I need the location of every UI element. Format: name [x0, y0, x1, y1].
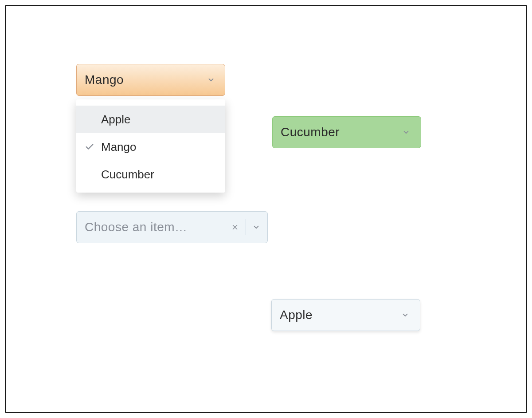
combobox-orange-selected-label: Mango	[85, 73, 124, 87]
chevron-down-icon	[206, 75, 216, 85]
combobox-option-apple[interactable]: Apple	[76, 106, 225, 133]
option-label: Cucumber	[101, 168, 154, 181]
clear-icon[interactable]	[229, 221, 241, 233]
option-label: Apple	[101, 113, 131, 126]
combobox-clearable[interactable]: Choose an item…	[76, 211, 268, 243]
demo-frame: Mango Apple Mango Cucumber Cucumber	[5, 5, 527, 413]
combobox-orange: Mango Apple Mango Cucumber	[76, 64, 225, 96]
combobox-default[interactable]: Apple	[271, 299, 420, 331]
chevron-down-icon	[400, 310, 410, 320]
combobox-clearable-placeholder: Choose an item…	[85, 220, 229, 234]
check-icon	[84, 142, 95, 152]
chevron-down-icon[interactable]	[251, 222, 261, 232]
combobox-default-selected-label: Apple	[280, 308, 313, 322]
divider	[246, 219, 246, 235]
combobox-orange-listbox: Apple Mango Cucumber	[76, 99, 225, 193]
chevron-down-icon	[401, 127, 411, 137]
combobox-option-mango[interactable]: Mango	[76, 133, 225, 161]
option-label: Mango	[101, 140, 137, 154]
combobox-orange-button[interactable]: Mango	[76, 64, 225, 96]
option-check-placeholder	[84, 114, 95, 125]
combobox-option-cucumber[interactable]: Cucumber	[76, 161, 225, 188]
option-check-placeholder	[84, 169, 95, 180]
combobox-green[interactable]: Cucumber	[272, 116, 421, 148]
combobox-green-selected-label: Cucumber	[281, 125, 340, 139]
